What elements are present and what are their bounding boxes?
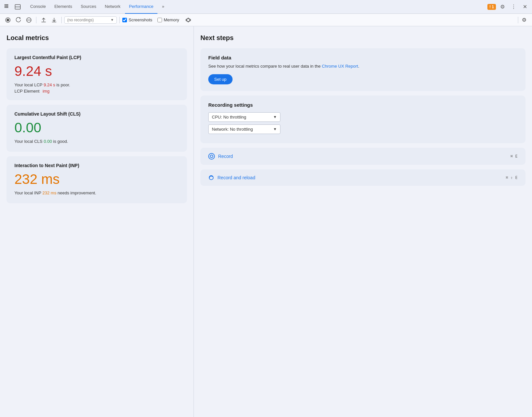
cpu-dropdown-arrow-icon: ▼	[273, 115, 277, 119]
cpu-throttling-select[interactable]: CPU: No throttling ▼	[208, 112, 280, 122]
cpu-profiler-icon[interactable]	[184, 15, 193, 25]
devtools-dock-icon[interactable]	[13, 2, 22, 11]
svg-rect-7	[6, 7, 7, 8]
screenshots-checkbox[interactable]	[122, 18, 127, 22]
tab-bar-right: ! 1 ⚙ ⋮ ✕	[487, 2, 529, 11]
field-data-card: Field data See how your local metrics co…	[200, 48, 525, 91]
record-inner-circle	[210, 155, 213, 158]
lcp-element: LCP Element img	[14, 89, 179, 94]
svg-rect-19	[187, 19, 190, 21]
record-label: Record	[218, 154, 233, 159]
record-reload-icon	[208, 175, 214, 181]
left-panel: Local metrics Largest Contentful Paint (…	[0, 26, 194, 417]
record-reload-action-left: Record and reload	[208, 175, 255, 181]
record-reload-label: Record and reload	[217, 175, 255, 180]
field-data-title: Field data	[208, 55, 518, 60]
upload-button[interactable]	[39, 15, 48, 25]
network-throttling-select[interactable]: Network: No throttling ▼	[208, 124, 280, 134]
inp-value: 232 ms	[14, 171, 179, 187]
right-panel: Next steps Field data See how your local…	[194, 26, 532, 417]
lcp-highlight-value: 9.24 s	[44, 82, 55, 87]
recording-settings-title: Recording settings	[208, 102, 518, 108]
field-data-description: See how your local metrics compare to re…	[208, 63, 518, 70]
lcp-description: Your local LCP 9.24 s is poor.	[14, 82, 179, 87]
svg-rect-6	[5, 7, 6, 8]
dropdown-arrow-icon: ▼	[111, 18, 114, 22]
lcp-title: Largest Contentful Paint (LCP)	[14, 55, 179, 60]
toolbar-separator-2	[61, 17, 62, 23]
tab-console[interactable]: Console	[26, 0, 50, 14]
network-dropdown-arrow-icon: ▼	[273, 127, 277, 131]
svg-rect-8	[7, 7, 8, 8]
screenshots-checkbox-label[interactable]: Screenshots	[122, 17, 152, 22]
cls-highlight-value: 0.00	[44, 139, 52, 144]
error-icon: !	[489, 5, 491, 9]
tab-sources[interactable]: Sources	[77, 0, 100, 14]
toolbar: (no recordings) ▼ Screenshots Memory ⚙	[0, 14, 532, 26]
toolbar-separator-4	[518, 17, 518, 23]
svg-point-12	[7, 19, 9, 21]
record-action-left: Record	[208, 153, 233, 160]
record-reload-shortcut: ⌘ ⇧ E	[506, 175, 518, 180]
download-button[interactable]	[50, 15, 59, 25]
error-badge[interactable]: ! 1	[487, 4, 496, 10]
devtools-icons	[3, 2, 22, 11]
toolbar-settings-icon[interactable]: ⚙	[520, 15, 529, 25]
local-metrics-title: Local metrics	[7, 34, 187, 42]
svg-rect-0	[5, 4, 6, 5]
more-icon[interactable]: ⋮	[509, 2, 518, 11]
cls-card: Cumulative Layout Shift (CLS) 0.00 Your …	[7, 105, 187, 152]
cls-value: 0.00	[14, 120, 179, 136]
lcp-value: 9.24 s	[14, 63, 179, 79]
tab-bar: Console Elements Sources Network Perform…	[0, 0, 532, 14]
record-reload-action-card[interactable]: Record and reload ⌘ ⇧ E	[200, 169, 525, 186]
inp-card: Interaction to Next Paint (INP) 232 ms Y…	[7, 156, 187, 203]
lcp-element-link[interactable]: img	[43, 89, 50, 94]
inp-highlight-value: 232 ms	[42, 190, 56, 195]
memory-checkbox-label[interactable]: Memory	[157, 17, 179, 22]
devtools-grid-icon[interactable]	[3, 2, 12, 11]
record-button[interactable]	[3, 15, 12, 25]
main-content: Local metrics Largest Contentful Paint (…	[0, 26, 532, 417]
chrome-ux-report-link[interactable]: Chrome UX Report	[322, 64, 358, 69]
record-shortcut: ⌘ E	[510, 154, 518, 159]
clear-button[interactable]	[24, 15, 33, 25]
setup-button[interactable]: Set up	[208, 74, 233, 84]
toolbar-right: ⚙	[517, 15, 529, 25]
lcp-card: Largest Contentful Paint (LCP) 9.24 s Yo…	[7, 48, 187, 100]
tab-more[interactable]: »	[158, 0, 168, 14]
svg-rect-5	[7, 6, 8, 7]
settings-icon[interactable]: ⚙	[498, 2, 507, 11]
svg-rect-3	[6, 6, 7, 7]
refresh-button[interactable]	[14, 15, 23, 25]
tab-performance[interactable]: Performance	[125, 0, 157, 14]
tab-elements[interactable]: Elements	[51, 0, 76, 14]
tab-network[interactable]: Network	[101, 0, 125, 14]
record-circle-icon	[208, 153, 215, 160]
inp-description: Your local INP 232 ms needs improvement.	[14, 190, 179, 195]
toolbar-separator-3	[119, 17, 120, 23]
svg-rect-2	[5, 6, 6, 7]
memory-checkbox[interactable]	[157, 18, 162, 22]
record-action-card[interactable]: Record ⌘ E	[200, 148, 525, 165]
svg-rect-1	[6, 4, 7, 5]
toolbar-separator-1	[36, 17, 36, 23]
inp-title: Interaction to Next Paint (INP)	[14, 163, 179, 168]
close-icon[interactable]: ✕	[520, 2, 529, 11]
next-steps-title: Next steps	[200, 34, 525, 42]
recording-settings-card: Recording settings CPU: No throttling ▼ …	[200, 96, 525, 143]
cls-description: Your local CLS 0.00 is good.	[14, 139, 179, 144]
svg-rect-4	[7, 4, 8, 5]
cls-title: Cumulative Layout Shift (CLS)	[14, 111, 179, 117]
recordings-dropdown[interactable]: (no recordings) ▼	[64, 16, 117, 24]
